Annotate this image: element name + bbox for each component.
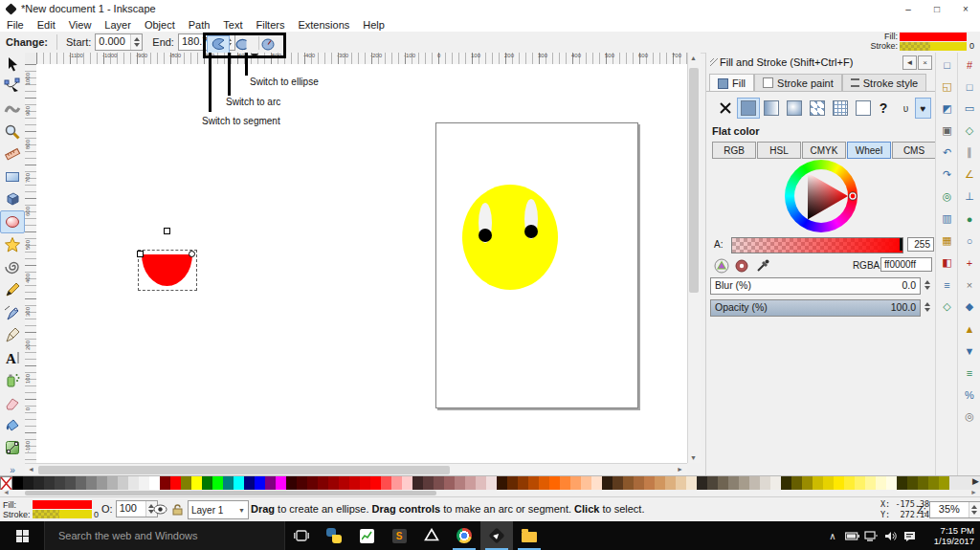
palette-swatch-10[interactable] bbox=[118, 476, 128, 491]
object-opacity-spinbox[interactable]: 100 bbox=[116, 500, 158, 517]
start-spinbox[interactable]: 0.000 bbox=[95, 33, 143, 51]
palette-swatch-26[interactable] bbox=[286, 476, 297, 491]
palette-swatch-86[interactable] bbox=[918, 476, 928, 491]
minimize-button[interactable]: – bbox=[894, 0, 923, 17]
palette-swatch-20[interactable] bbox=[223, 476, 234, 491]
palette-swatch-63[interactable] bbox=[676, 476, 686, 491]
tool-tweak[interactable] bbox=[0, 98, 25, 121]
tool-spiral[interactable] bbox=[0, 255, 25, 278]
palette-swatch-68[interactable] bbox=[728, 476, 739, 491]
taskbar-search-input[interactable]: Search the web and Windows bbox=[44, 521, 285, 550]
snap-rotation-centers-button[interactable]: ▲ bbox=[960, 319, 980, 339]
taskbar-app-explorer[interactable] bbox=[513, 521, 546, 550]
palette-swatch-24[interactable] bbox=[265, 476, 276, 491]
palette-swatch-38[interactable] bbox=[412, 476, 423, 491]
palette-swatch-32[interactable] bbox=[349, 476, 360, 491]
palette-swatch-4[interactable] bbox=[55, 476, 65, 491]
snap-object-centers-button[interactable]: ◆ bbox=[960, 297, 980, 317]
alpha-slider[interactable] bbox=[731, 237, 903, 253]
menu-edit[interactable]: Edit bbox=[31, 19, 62, 31]
palette-swatch-72[interactable] bbox=[770, 476, 781, 491]
rgba-input[interactable]: ff0000ff bbox=[880, 257, 932, 272]
palette-swatch-71[interactable] bbox=[760, 476, 770, 491]
taskbar-app-python[interactable] bbox=[318, 521, 350, 550]
snap-bbox-edges-button[interactable]: ▭ bbox=[960, 99, 980, 119]
swatch-button[interactable] bbox=[829, 98, 852, 119]
palette-swatch-23[interactable] bbox=[255, 476, 265, 491]
command-fill-stroke-dialog-button[interactable]: ◧ bbox=[937, 253, 957, 273]
tool-selector[interactable] bbox=[0, 53, 25, 76]
palette-swatch-12[interactable] bbox=[139, 476, 149, 491]
tool-pencil[interactable] bbox=[0, 278, 25, 301]
tool-star[interactable] bbox=[0, 233, 25, 256]
palette-swatch-56[interactable] bbox=[602, 476, 612, 491]
status-fill-swatch[interactable] bbox=[33, 500, 92, 509]
command-zoom-page-button[interactable]: ◎ bbox=[937, 187, 957, 207]
snap-smooth-nodes-button[interactable]: + bbox=[960, 253, 980, 273]
taskbar-app-inkscape[interactable] bbox=[480, 521, 513, 550]
color-wheel[interactable] bbox=[785, 160, 858, 232]
action-center-icon[interactable] bbox=[900, 521, 919, 550]
palette-swatch-69[interactable] bbox=[739, 476, 749, 491]
palette-scrollbar-right[interactable]: ► bbox=[970, 489, 977, 495]
palette-swatch-50[interactable] bbox=[539, 476, 549, 491]
palette-swatch-27[interactable] bbox=[297, 476, 307, 491]
palette-swatch-39[interactable] bbox=[423, 476, 434, 491]
tool-rectangle[interactable] bbox=[0, 165, 25, 188]
start-value[interactable]: 0.000 bbox=[96, 34, 130, 50]
tool-spray[interactable] bbox=[0, 369, 25, 392]
palette-swatch-49[interactable] bbox=[528, 476, 539, 491]
toolbox-overflow-chevron[interactable]: » bbox=[10, 465, 15, 475]
taskbar-app-chrome[interactable] bbox=[448, 521, 480, 550]
stroke-color-swatch[interactable] bbox=[900, 42, 967, 51]
palette-swatch-17[interactable] bbox=[191, 476, 202, 491]
start-button[interactable] bbox=[0, 521, 44, 550]
smiley-left-pupil[interactable] bbox=[479, 229, 492, 242]
palette-swatch-81[interactable] bbox=[865, 476, 876, 491]
tool-node-editor[interactable] bbox=[0, 76, 25, 99]
palette-swatch-16[interactable] bbox=[181, 476, 191, 491]
palette-swatch-60[interactable] bbox=[644, 476, 655, 491]
fill-rule-evenodd-button[interactable]: υ bbox=[898, 98, 914, 119]
palette-swatch-41[interactable] bbox=[444, 476, 455, 491]
taskbar-clock[interactable]: 7:15 PM 1/19/2017 bbox=[919, 525, 980, 546]
palette-swatch-48[interactable] bbox=[518, 476, 528, 491]
opacity-value[interactable]: 100.0 bbox=[891, 301, 916, 313]
battery-icon[interactable] bbox=[842, 521, 861, 550]
command-print-button[interactable]: ▣ bbox=[937, 121, 957, 141]
snap-text-baselines-button[interactable]: ▼ bbox=[960, 341, 980, 361]
snap-edge-midpoints-button[interactable]: ∥ bbox=[960, 143, 980, 163]
color-wheel-mini-icon[interactable] bbox=[714, 258, 729, 274]
menu-layer[interactable]: Layer bbox=[98, 19, 138, 31]
tab-fill[interactable]: Fill bbox=[709, 74, 754, 92]
palette-swatch-82[interactable] bbox=[876, 476, 886, 491]
taskbar-app-sublime[interactable]: S bbox=[383, 521, 415, 550]
fill-rule-nonzero-button[interactable]: ♥ bbox=[915, 98, 931, 119]
canvas-horizontal-scrollbar[interactable]: ◄ ► bbox=[25, 463, 687, 476]
palette-swatch-43[interactable] bbox=[465, 476, 476, 491]
snap-guides-button[interactable]: ◎ bbox=[960, 407, 980, 427]
snap-midpoints-button[interactable]: × bbox=[960, 275, 980, 295]
gamut-warning-icon[interactable] bbox=[735, 259, 748, 273]
palette-swatch-46[interactable] bbox=[497, 476, 507, 491]
radial-gradient-button[interactable] bbox=[783, 98, 806, 119]
palette-swatch-8[interactable] bbox=[97, 476, 107, 491]
palette-swatch-53[interactable] bbox=[570, 476, 581, 491]
palette-swatch-35[interactable] bbox=[381, 476, 391, 491]
fill-color-swatch[interactable] bbox=[900, 33, 967, 41]
flat-color-button[interactable] bbox=[737, 98, 760, 119]
palette-swatch-64[interactable] bbox=[686, 476, 697, 491]
palette-swatch-18[interactable] bbox=[202, 476, 212, 491]
palette-swatch-28[interactable] bbox=[307, 476, 318, 491]
palette-swatch-15[interactable] bbox=[170, 476, 181, 491]
tool-gradient[interactable] bbox=[0, 436, 25, 459]
tab-cms[interactable]: CMS bbox=[892, 142, 936, 159]
blur-slider[interactable]: Blur (%) 0.0 bbox=[710, 277, 921, 295]
tab-rgb[interactable]: RGB bbox=[712, 142, 756, 159]
palette-swatch-6[interactable] bbox=[76, 476, 86, 491]
snap-cusp-nodes-button[interactable]: ○ bbox=[960, 231, 980, 251]
palette-swatch-13[interactable] bbox=[149, 476, 160, 491]
palette-swatch-2[interactable] bbox=[33, 476, 44, 491]
palette-swatch-78[interactable] bbox=[834, 476, 844, 491]
palette-swatch-66[interactable] bbox=[707, 476, 718, 491]
